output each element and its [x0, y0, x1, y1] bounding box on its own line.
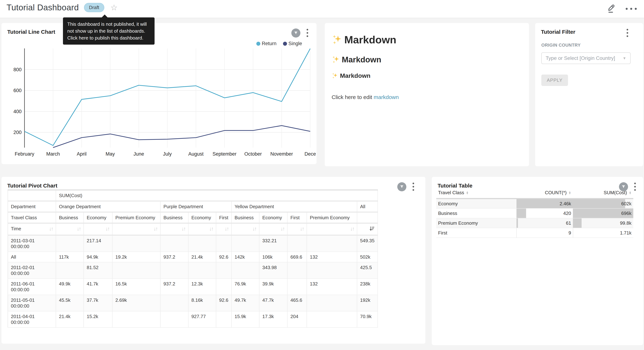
pivot-column-sorter[interactable]: ↓↑	[259, 223, 287, 235]
pivot-cell[interactable]: 217.14	[84, 235, 112, 252]
pivot-cell[interactable]	[56, 235, 84, 252]
pivot-cell[interactable]: 8.16k	[188, 295, 216, 311]
pivot-column-sorter[interactable]: ↓↑	[287, 223, 307, 235]
pivot-cell[interactable]: 465.6	[287, 295, 307, 311]
pivot-cell[interactable]	[287, 262, 307, 278]
pivot-cell[interactable]: 12.3k	[188, 278, 216, 295]
pivot-cell[interactable]	[188, 235, 216, 252]
pivot-class-header[interactable]: Premium Economy	[112, 212, 160, 223]
pivot-cell[interactable]: 49.9k	[56, 278, 84, 295]
pivot-cell[interactable]: 94.9k	[84, 252, 112, 262]
pivot-class-header[interactable]: First	[287, 212, 307, 223]
sort-icon[interactable]: ↓↑	[154, 226, 157, 232]
pivot-cell[interactable]: 117k	[56, 252, 84, 262]
pivot-class-header[interactable]: First	[216, 212, 232, 223]
pivot-class-header[interactable]: Business	[160, 212, 188, 223]
pivot-cell[interactable]: 204	[287, 311, 307, 328]
pivot-cell[interactable]: 106k	[259, 252, 287, 262]
pivot-cell[interactable]	[160, 235, 188, 252]
pivot-cell[interactable]: 937.2	[160, 278, 188, 295]
pivot-cell[interactable]	[160, 295, 188, 311]
pivot-cell[interactable]: 927.77	[188, 311, 216, 328]
origin-country-select[interactable]: Type or Select [Origin Country] ▼	[541, 52, 630, 64]
pivot-cell[interactable]: 39.9k	[259, 278, 287, 295]
table-column-header[interactable]: COUNT(*)▲▼	[516, 187, 573, 198]
pivot-cell[interactable]	[112, 311, 160, 328]
pivot-column-sorter[interactable]: ↓↑	[84, 223, 112, 235]
pivot-cell[interactable]: 81.52	[84, 262, 112, 278]
chart-kebab-menu-icon[interactable]	[412, 182, 415, 192]
table-row[interactable]: Economy2.46k602k	[436, 198, 633, 208]
sort-icon[interactable]: ↓↑	[280, 226, 284, 232]
pivot-cell[interactable]	[216, 262, 232, 278]
pivot-cell[interactable]: 669.6	[287, 252, 307, 262]
pivot-cell[interactable]: 49.7k	[232, 295, 259, 311]
pivot-column-sorter[interactable]	[357, 223, 378, 235]
pivot-cell[interactable]	[112, 235, 160, 252]
pivot-cell[interactable]	[307, 262, 357, 278]
pivot-cell[interactable]: 937.2	[160, 252, 188, 262]
pivot-cell[interactable]: 16.5k	[112, 278, 160, 295]
pivot-cell[interactable]	[160, 262, 188, 278]
pivot-cell[interactable]: 238k	[357, 278, 378, 295]
draft-badge[interactable]: Draft	[84, 3, 104, 12]
pivot-cell[interactable]: 41.7k	[84, 278, 112, 295]
pivot-cell[interactable]: 19.2k	[112, 252, 160, 262]
pivot-cell[interactable]: 92.6	[216, 295, 232, 311]
sort-icon[interactable]: ↓↑	[182, 226, 185, 232]
line-chart-canvas[interactable]: 200400600800FebruaryMarchAprilMayJuneJul…	[2, 23, 316, 164]
sort-icon[interactable]: ↓↑	[77, 226, 80, 232]
pivot-cell[interactable]: 2.69k	[112, 295, 160, 311]
pivot-cell[interactable]	[287, 278, 307, 295]
pivot-column-sorter[interactable]: ↓↑	[232, 223, 259, 235]
pivot-cell[interactable]	[287, 235, 307, 252]
pivot-column-sorter[interactable]: ↓↑	[160, 223, 188, 235]
pivot-class-header[interactable]: Business	[232, 212, 259, 223]
table-row[interactable]: Business420696k	[436, 208, 633, 218]
pivot-dept-header[interactable]: Orange Department	[56, 201, 160, 212]
pivot-cell[interactable]: 142k	[232, 252, 259, 262]
pivot-cell[interactable]: 425.5	[357, 262, 378, 278]
markdown-edit-link[interactable]: markdown	[374, 94, 399, 100]
more-options-icon[interactable]	[626, 8, 637, 10]
pivot-cell[interactable]: 132	[307, 252, 357, 262]
pivot-cell[interactable]: 132	[307, 278, 357, 295]
pivot-cell[interactable]: 21.4k	[188, 252, 216, 262]
pivot-cell[interactable]	[232, 235, 259, 252]
favorite-star-icon[interactable]: ☆	[110, 3, 118, 12]
pivot-cell[interactable]	[307, 295, 357, 311]
pivot-cell[interactable]: 45.5k	[56, 295, 84, 311]
publish-tooltip[interactable]: This dashboard is not published, it will…	[63, 18, 154, 44]
sort-carets-icon[interactable]: ▲▼	[568, 191, 571, 194]
pivot-class-header[interactable]	[357, 212, 378, 223]
pivot-cell[interactable]: 15.9k	[232, 311, 259, 328]
pivot-class-header[interactable]: Economy	[188, 212, 216, 223]
table-column-header[interactable]: SUM(Cost)▲▼	[573, 187, 633, 198]
chart-kebab-menu-icon[interactable]	[634, 182, 636, 192]
sort-desc-active-icon[interactable]	[369, 226, 374, 231]
sort-icon[interactable]: ↓↑	[300, 226, 304, 232]
pivot-cell[interactable]	[160, 311, 188, 328]
pivot-cell[interactable]: 21.4k	[56, 311, 84, 328]
pivot-dept-header[interactable]: Yellow Department	[232, 201, 357, 212]
pivot-cell[interactable]: 76.9k	[232, 278, 259, 295]
pivot-cell[interactable]: 549.35	[357, 235, 378, 252]
pivot-class-header[interactable]: Premium Economy	[307, 212, 357, 223]
pivot-cell[interactable]: 502k	[357, 252, 378, 262]
pivot-class-header[interactable]: Economy	[84, 212, 112, 223]
apply-button[interactable]: APPLY	[541, 74, 568, 86]
pivot-column-sorter[interactable]: ↓↑	[56, 223, 84, 235]
pivot-column-sorter[interactable]: ↓↑	[216, 223, 232, 235]
cross-filter-icon[interactable]	[397, 182, 406, 191]
pivot-cell[interactable]: 192k	[357, 295, 378, 311]
edit-pencil-icon[interactable]	[606, 3, 616, 14]
pivot-cell[interactable]: 17.3k	[259, 311, 287, 328]
single-line[interactable]	[53, 126, 310, 148]
pivot-time-header[interactable]: Time↓↑	[8, 223, 56, 235]
pivot-cell[interactable]: 47.7k	[259, 295, 287, 311]
pivot-cell[interactable]	[307, 311, 357, 328]
table-row[interactable]: Premium Economy6199.8k	[436, 218, 633, 228]
pivot-cell[interactable]	[216, 311, 232, 328]
pivot-cell[interactable]	[216, 235, 232, 252]
pivot-class-header[interactable]: Economy	[259, 212, 287, 223]
